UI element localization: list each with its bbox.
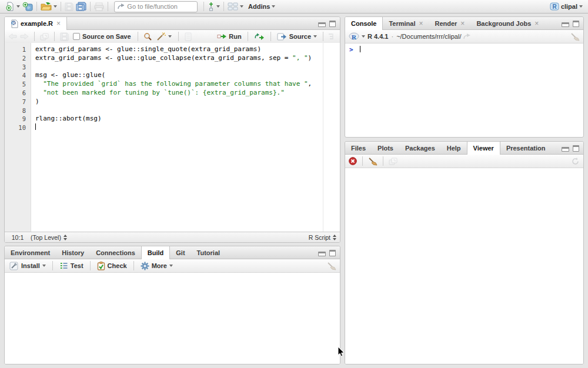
tab-label: Plots [377, 145, 393, 152]
tab-files[interactable]: Files [345, 142, 372, 154]
open-in-new-window-icon[interactable] [40, 33, 49, 41]
check-button[interactable]: Check [96, 262, 128, 270]
more-dropdown-caret[interactable] [169, 265, 173, 267]
tab-connections[interactable]: Connections [90, 246, 141, 259]
version-control-dropdown-caret[interactable] [216, 5, 220, 8]
clear-viewer-broom-icon[interactable] [368, 157, 377, 166]
tab-background-jobs[interactable]: Background Jobs× [470, 17, 544, 29]
save-button[interactable] [64, 1, 75, 12]
scope-selector[interactable]: (Top Level) [31, 234, 61, 241]
console-toolbar: R R 4.4.1 · ~/Documents/rrr/clipal/ [345, 30, 583, 44]
save-icon[interactable] [60, 32, 69, 41]
scope-updown-icon[interactable] [64, 235, 67, 240]
stop-viewer-icon[interactable] [349, 157, 357, 165]
source-button[interactable]: Source [276, 33, 318, 41]
file-type-updown-icon[interactable] [333, 235, 336, 240]
open-file-button[interactable] [39, 1, 58, 12]
tab-example-r[interactable]: R example.R × [5, 17, 67, 30]
new-file-button[interactable] [4, 1, 21, 12]
goto-directory-icon[interactable] [463, 34, 471, 40]
workspace-panes-button[interactable] [226, 1, 245, 12]
source-on-save-checkbox[interactable] [73, 33, 80, 40]
tab-presentation[interactable]: Presentation [500, 142, 552, 154]
open-file-dropdown-caret[interactable] [54, 5, 57, 8]
r-script-icon: R [11, 19, 18, 28]
find-replace-icon[interactable] [143, 32, 152, 41]
code-line: 3 [5, 63, 340, 72]
tab-label: Presentation [506, 145, 546, 152]
version-control-button[interactable] [206, 1, 221, 12]
tab-label: Console [351, 20, 376, 27]
tab-tutorial[interactable]: Tutorial [191, 246, 226, 259]
code-editor[interactable]: 1extra_grid_params <- glue::single_quote… [5, 43, 340, 232]
close-icon[interactable]: × [534, 21, 539, 26]
install-icon [9, 262, 19, 270]
document-outline-icon[interactable] [328, 33, 336, 40]
compile-report-icon[interactable] [184, 32, 192, 41]
rerun-button[interactable] [253, 33, 266, 40]
tab-label: Terminal [389, 20, 415, 27]
line-number: 8 [5, 106, 31, 115]
line-number: 10 [5, 123, 31, 132]
clear-console-broom-icon[interactable] [570, 32, 580, 41]
back-icon[interactable] [8, 33, 17, 40]
minimize-pane-button[interactable] [318, 22, 326, 27]
maximize-pane-button[interactable] [573, 145, 579, 152]
install-dropdown-caret[interactable] [42, 265, 46, 267]
source-pane: R example.R × Source on Save [4, 16, 340, 243]
tab-packages[interactable]: Packages [399, 142, 441, 154]
file-type-selector[interactable]: R Script [309, 234, 330, 241]
r-version-dropdown-caret[interactable] [362, 35, 365, 38]
addins-button[interactable]: Addins [247, 1, 276, 12]
tab-viewer[interactable]: Viewer [467, 142, 500, 155]
maximize-pane-button[interactable] [573, 21, 579, 27]
minimize-pane-button[interactable] [562, 147, 569, 152]
tab-label: Build [148, 249, 164, 256]
new-file-dropdown-caret[interactable] [16, 5, 20, 8]
source-dropdown-caret[interactable] [313, 35, 317, 38]
forward-icon[interactable] [20, 33, 29, 40]
minimize-pane-button[interactable] [318, 252, 326, 256]
print-button[interactable] [93, 1, 105, 12]
close-icon[interactable]: × [56, 21, 61, 26]
tab-console[interactable]: Console [345, 17, 383, 30]
open-in-new-window-icon[interactable] [389, 158, 397, 165]
tab-git[interactable]: Git [170, 246, 191, 259]
build-toolbar: Install Test Check More [5, 259, 340, 273]
tab-build[interactable]: Build [141, 246, 171, 259]
close-icon[interactable]: × [419, 21, 423, 26]
tab-plots[interactable]: Plots [372, 142, 399, 154]
panes-dropdown-caret[interactable] [240, 5, 243, 8]
tab-label: Render [435, 20, 457, 27]
line-number: 7 [5, 98, 31, 106]
test-button[interactable]: Test [58, 262, 85, 270]
tab-history[interactable]: History [56, 246, 90, 259]
save-all-button[interactable] [75, 1, 88, 12]
close-icon[interactable]: × [460, 21, 465, 26]
gear-icon [141, 262, 149, 270]
minimize-pane-button[interactable] [562, 22, 569, 27]
goto-file-search[interactable] [114, 1, 198, 12]
clear-build-broom-icon[interactable] [327, 262, 336, 270]
tab-render[interactable]: Render× [429, 17, 470, 29]
run-button[interactable]: Run [216, 33, 242, 40]
project-dropdown-caret [579, 5, 583, 8]
code-tools-button[interactable] [155, 32, 173, 41]
r-logo-icon: R [349, 32, 359, 41]
more-button[interactable]: More [139, 262, 174, 270]
console-text-cursor [360, 46, 360, 52]
maximize-pane-button[interactable] [329, 250, 336, 256]
maximize-pane-button[interactable] [329, 21, 336, 27]
tab-terminal[interactable]: Terminal× [383, 17, 429, 29]
install-button[interactable]: Install [8, 262, 47, 270]
new-project-button[interactable] [21, 1, 34, 12]
source-on-save-toggle[interactable]: Source on Save [72, 33, 132, 40]
goto-file-input[interactable] [127, 3, 194, 10]
tab-help[interactable]: Help [441, 142, 467, 154]
tab-environment[interactable]: Environment [5, 246, 56, 259]
line-content: "The provided `grid` has the following p… [31, 80, 312, 89]
refresh-icon[interactable] [571, 157, 580, 166]
project-icon: R [550, 2, 559, 11]
console-input-area[interactable]: > [345, 44, 583, 56]
project-menu-button[interactable]: R clipal [549, 1, 584, 12]
